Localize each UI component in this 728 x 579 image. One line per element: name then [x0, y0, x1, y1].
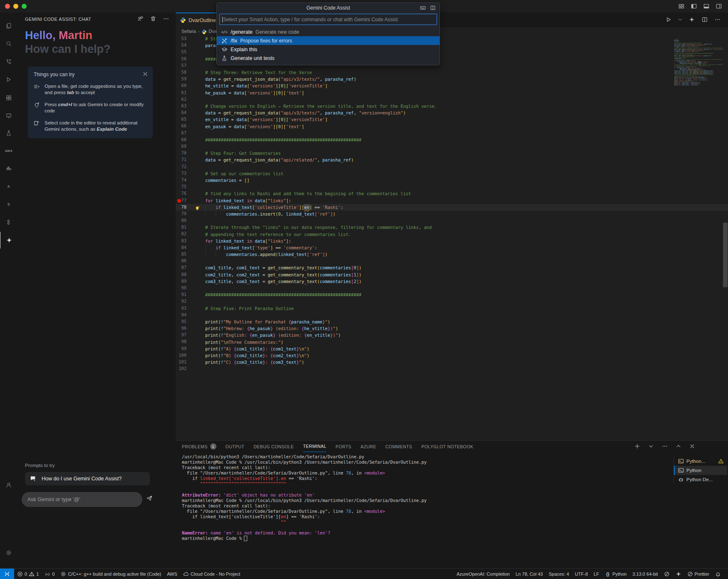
activity-letter-s-icon[interactable]: S: [0, 196, 17, 213]
panel-tab-azure[interactable]: AZURE: [360, 441, 376, 452]
new-chat-icon[interactable]: [137, 15, 144, 22]
code-line-70[interactable]: 70# Step Four: Get Commentaries: [176, 150, 728, 157]
code-line-60[interactable]: 60he_vtitle = data['versions'][0]['versi…: [176, 82, 728, 89]
code-line-97[interactable]: 97print(f"English: {en_pasuk} (edition: …: [176, 332, 728, 338]
toggle-sidebar-left-icon[interactable]: [690, 2, 698, 10]
smart-action-input[interactable]: Select your Smart Action, type / for com…: [219, 14, 437, 25]
terminal-list-item[interactable]: Python De...: [674, 475, 727, 484]
status-python-version[interactable]: 3.13.0 64-bit: [629, 569, 661, 579]
code-line-58[interactable]: 58# Step Three: Retrieve Text for the Ve…: [176, 69, 728, 76]
zoom-window-button[interactable]: [22, 4, 27, 9]
panel-close-icon[interactable]: [689, 443, 696, 450]
send-icon[interactable]: [147, 495, 155, 504]
editor-scrollbar[interactable]: [723, 223, 728, 287]
code-line-73[interactable]: 73# Set up our commentaries list: [176, 170, 728, 177]
status-notifications[interactable]: [712, 569, 724, 579]
panel-tab-polyglot-notebook[interactable]: POLYGLOT NOTEBOOK: [421, 441, 473, 452]
status-problems[interactable]: 01: [14, 569, 42, 579]
code-line-101[interactable]: 101print(f"C) {com3_title}: {com3_text}"…: [176, 359, 728, 365]
terminal-list-item[interactable]: Python: [674, 466, 727, 475]
status-cursor-position[interactable]: Ln 78, Col 43: [513, 569, 546, 579]
activity-letter-a-icon[interactable]: A: [0, 178, 17, 195]
menu-item-fix[interactable]: /fix Propose fixes for errors: [217, 36, 440, 45]
code-line-95[interactable]: 95print(f"My Outline for Parashat {paras…: [176, 318, 728, 325]
code-line-85[interactable]: 85 commentaries.append(linked_text['ref'…: [176, 251, 728, 258]
activity-aws-icon[interactable]: aws: [0, 142, 17, 159]
code-line-99[interactable]: 99print(f"A) {com1_title}: {com1_text}\n…: [176, 345, 728, 352]
code-line-63[interactable]: 63# Change version to English – Retrieve…: [176, 103, 728, 109]
code-line-100[interactable]: 100print(f"B) {com2_title}: {com2_text}\…: [176, 352, 728, 359]
run-dropdown-icon[interactable]: [678, 16, 683, 23]
code-line-94[interactable]: 94: [176, 312, 728, 318]
code-line-80[interactable]: 80: [176, 217, 728, 224]
code-line-76[interactable]: 76# find any links to Rashi and add them…: [176, 190, 728, 197]
status-cloud-code[interactable]: Cloud Code - No Project: [180, 569, 243, 579]
chat-input[interactable]: Ask Gemini or type '@': [22, 492, 142, 507]
code-line-72[interactable]: 72: [176, 164, 728, 170]
code-line-84[interactable]: 84 if linked_text['type'] == 'commentary…: [176, 244, 728, 251]
prompt-suggestion-card[interactable]: How do I use Gemini Code Assist?: [25, 472, 150, 485]
code-line-71[interactable]: 71data = get_request_json_data("api/rela…: [176, 157, 728, 163]
code-line-102[interactable]: 102: [176, 365, 728, 372]
split-editor-icon[interactable]: [701, 16, 708, 23]
toggle-panel-icon[interactable]: [702, 2, 711, 10]
code-line-81[interactable]: 81# Iterate through the "links" in our d…: [176, 224, 728, 231]
toggle-sidebar-right-icon[interactable]: [715, 2, 723, 10]
code-line-87[interactable]: 87com1_title, com1_text = get_commentary…: [176, 264, 728, 271]
activity-source-control-icon[interactable]: [0, 53, 17, 70]
panel-chevron-up-icon[interactable]: [675, 443, 682, 450]
panel-chevron-down-icon[interactable]: [648, 443, 654, 450]
activity-explorer-icon[interactable]: [0, 17, 17, 34]
panel-tab-comments[interactable]: COMMENTS: [385, 441, 412, 452]
panel-plus-icon[interactable]: [634, 443, 641, 450]
menu-item-explain[interactable]: Explain this: [217, 45, 440, 54]
terminal-list-item[interactable]: Python...: [674, 457, 727, 466]
status-broadcast[interactable]: 0: [42, 569, 57, 579]
breakpoint-dot[interactable]: [177, 199, 181, 203]
code-line-74[interactable]: 74commentaries = []: [176, 177, 728, 184]
code-line-75[interactable]: 75: [176, 184, 728, 190]
code-line-96[interactable]: 96print(f"Hebrew: {he_pasuk} (edition: {…: [176, 325, 728, 332]
activity-remote-explorer-icon[interactable]: [0, 107, 17, 124]
status-gemini-status[interactable]: [673, 569, 684, 579]
status-screen-reader[interactable]: [661, 569, 673, 579]
status-remote[interactable]: [0, 569, 14, 579]
code-line-78[interactable]: 78 if linked_text['collectiveTitle'][en]…: [176, 204, 728, 211]
terminal[interactable]: /usr/local/bin/python3 /Users/martinhell…: [182, 454, 673, 542]
code-line-65[interactable]: 65en_vtitle = data['versions'][0]['versi…: [176, 116, 728, 123]
activity-run-debug-icon[interactable]: [0, 71, 17, 88]
code-line-88[interactable]: 88com2_title, com2_text = get_commentary…: [176, 271, 728, 278]
code-line-90[interactable]: 90: [176, 285, 728, 291]
activity-accounts-icon[interactable]: [0, 477, 17, 493]
code-line-86[interactable]: 86: [176, 258, 728, 264]
code-line-69[interactable]: 69: [176, 143, 728, 150]
code-line-79[interactable]: 79 commentaries.insert(0, linked_text['r…: [176, 211, 728, 217]
activity-settings-gear-icon[interactable]: [0, 544, 17, 561]
code-line-89[interactable]: 89com3_title, com3_text = get_commentary…: [176, 278, 728, 285]
panel-tab-output[interactable]: OUTPUT: [226, 441, 245, 452]
activity-extensions-icon[interactable]: [0, 89, 17, 106]
editor-more-icon[interactable]: [714, 16, 721, 23]
keyboard-icon[interactable]: [420, 5, 426, 11]
menu-item-generate[interactable]: </> /generate Generate new code: [217, 27, 440, 36]
activity-testing-icon[interactable]: [0, 125, 17, 142]
code-line-98[interactable]: 98print("\nThree Commentaries:"): [176, 338, 728, 345]
clear-chat-icon[interactable]: [149, 15, 157, 22]
code-line-59[interactable]: 59data = get_request_json_data("api/v3/t…: [176, 76, 728, 82]
panel-tab-ports[interactable]: PORTS: [335, 441, 351, 452]
close-icon[interactable]: [142, 71, 149, 77]
status-language-mode[interactable]: {}Python: [602, 569, 629, 579]
chat-more-icon[interactable]: [162, 15, 170, 22]
code-editor[interactable]: 53# Step 54parasha5556#######5758# Step …: [176, 35, 728, 440]
panel-tab-problems[interactable]: PROBLEMS1: [182, 441, 216, 452]
code-line-67[interactable]: 67: [176, 130, 728, 137]
code-action-lightbulb-icon[interactable]: [195, 205, 200, 210]
book-icon[interactable]: [430, 5, 436, 11]
code-line-77[interactable]: 77for linked_text in data["links"]:: [176, 197, 728, 204]
activity-diamonds-icon[interactable]: [0, 214, 17, 231]
code-line-66[interactable]: 66en_pasuk = data['versions'][0]['text']: [176, 123, 728, 129]
close-window-button[interactable]: [5, 4, 10, 9]
panel-tab-terminal[interactable]: TERMINAL: [303, 441, 326, 452]
code-line-64[interactable]: 64data = get_request_json_data("api/v3/t…: [176, 109, 728, 116]
minimap[interactable]: # Step parasha######## Step Three: Retri…: [674, 39, 723, 130]
